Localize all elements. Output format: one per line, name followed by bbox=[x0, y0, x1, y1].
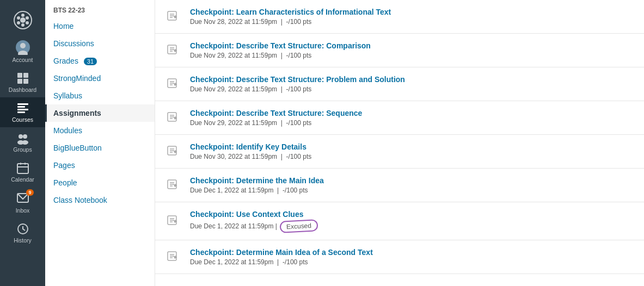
assignment-edit-icon bbox=[166, 10, 182, 24]
assignment-edit-icon bbox=[166, 43, 182, 58]
svg-point-6 bbox=[17, 21, 20, 24]
svg-rect-26 bbox=[17, 166, 28, 167]
dashboard-label: Dashboard bbox=[9, 86, 36, 93]
sidebar-bigbluebutton[interactable]: BigBlueButton bbox=[45, 139, 155, 157]
nav-groups[interactable]: Groups bbox=[0, 127, 45, 157]
svg-rect-13 bbox=[17, 79, 22, 84]
svg-rect-18 bbox=[17, 111, 25, 113]
inbox-label: Inbox bbox=[16, 207, 30, 214]
courses-label: Courses bbox=[12, 116, 33, 123]
sidebar-discussions[interactable]: Discussions bbox=[45, 35, 155, 52]
assignment-row: Checkpoint: Describe Text Structure: Pro… bbox=[155, 67, 644, 101]
assignment-row: Checkpoint: Describe Text Structure: Seq… bbox=[155, 101, 644, 135]
svg-rect-14 bbox=[23, 79, 28, 84]
assignment-row: Checkpoint: Describe Text Structure: Com… bbox=[155, 34, 644, 67]
assignment-title[interactable]: Checkpoint: Determine the Main Idea bbox=[190, 176, 633, 185]
svg-rect-25 bbox=[24, 163, 26, 165]
assignment-title[interactable]: Checkpoint: Learn Characteristics of Inf… bbox=[190, 8, 633, 16]
svg-point-7 bbox=[26, 21, 29, 24]
sidebar-people[interactable]: People bbox=[45, 174, 155, 191]
svg-point-4 bbox=[17, 16, 20, 20]
assignment-row: Checkpoint: Use Context CluesDue Dec 1, … bbox=[155, 202, 644, 240]
assignment-due: Due Dec 1, 2022 at 11:59pm bbox=[190, 186, 273, 194]
assignment-due: Due Nov 29, 2022 at 11:59pm bbox=[190, 85, 277, 93]
assignment-meta: Due Nov 30, 2022 at 11:59pm | -/100 pts bbox=[190, 153, 633, 160]
courses-icon bbox=[16, 102, 29, 115]
svg-point-2 bbox=[21, 14, 24, 17]
sidebar-class-notebook[interactable]: Class Notebook bbox=[45, 191, 155, 209]
nav-dashboard[interactable]: Dashboard bbox=[0, 67, 45, 97]
assignment-meta: Due Dec 1, 2022 at 11:59pm | Excused bbox=[190, 220, 633, 232]
sidebar-assignments[interactable]: Assignments bbox=[45, 104, 155, 122]
history-icon bbox=[16, 222, 29, 235]
svg-rect-23 bbox=[17, 164, 28, 173]
assignment-meta: Due Nov 29, 2022 at 11:59pm | -/100 pts bbox=[190, 119, 633, 127]
svg-rect-24 bbox=[20, 163, 21, 165]
nav-account[interactable]: Account bbox=[0, 35, 45, 67]
course-sidebar: BTS 22-23 Home Discussions Grades 31 Str… bbox=[45, 0, 155, 286]
assignment-title[interactable]: Checkpoint: Use Context Clues bbox=[190, 210, 633, 219]
assignment-title[interactable]: Checkpoint: Describe Text Structure: Pro… bbox=[190, 75, 633, 84]
assignment-row: Checkpoint: Identify Key DetailsDue Nov … bbox=[155, 135, 644, 169]
svg-rect-15 bbox=[17, 103, 28, 105]
sidebar-strongminded[interactable]: StrongMinded bbox=[45, 70, 155, 87]
inbox-badge: 9 bbox=[26, 189, 33, 196]
admin-icon-item[interactable] bbox=[0, 5, 45, 35]
assignment-meta: Due Dec 1, 2022 at 11:59pm | -/100 pts bbox=[190, 258, 633, 266]
history-label: History bbox=[14, 237, 32, 244]
svg-rect-16 bbox=[17, 106, 25, 108]
svg-point-5 bbox=[26, 16, 29, 20]
assignment-meta: Due Nov 29, 2022 at 11:59pm | -/100 pts bbox=[190, 52, 633, 59]
sidebar-syllabus[interactable]: Syllabus bbox=[45, 87, 155, 104]
sidebar-grades[interactable]: Grades 31 bbox=[45, 52, 155, 70]
assignment-edit-icon bbox=[166, 145, 182, 159]
svg-point-19 bbox=[19, 134, 23, 139]
assignment-row: Checkpoint: Learn Characteristics of Inf… bbox=[155, 0, 644, 34]
assignment-edit-icon bbox=[166, 214, 182, 228]
assignment-due: Due Nov 28, 2022 at 11:59pm bbox=[190, 18, 277, 26]
svg-point-9 bbox=[20, 43, 26, 48]
nav-calendar[interactable]: Calendar bbox=[0, 157, 45, 187]
groups-icon bbox=[16, 132, 29, 145]
global-nav: Account Dashboard Courses Groups bbox=[0, 0, 45, 286]
account-label: Account bbox=[13, 57, 33, 63]
svg-point-1 bbox=[20, 17, 26, 23]
groups-label: Groups bbox=[13, 146, 32, 153]
sidebar-modules[interactable]: Modules bbox=[45, 122, 155, 139]
main-content: Checkpoint: Learn Characteristics of Inf… bbox=[155, 0, 644, 286]
grades-badge: 31 bbox=[84, 58, 97, 65]
svg-point-20 bbox=[23, 134, 27, 139]
nav-courses[interactable]: Courses bbox=[0, 97, 45, 127]
calendar-icon bbox=[16, 161, 29, 175]
svg-point-22 bbox=[22, 140, 28, 145]
assignment-meta: Due Dec 1, 2022 at 11:59pm | -/100 pts bbox=[190, 186, 633, 194]
admin-logo-icon bbox=[14, 11, 32, 29]
assignment-due: Due Dec 1, 2022 at 11:59pm bbox=[190, 222, 273, 230]
assignment-meta: Due Nov 28, 2022 at 11:59pm | -/100 pts bbox=[190, 18, 633, 26]
svg-rect-12 bbox=[23, 73, 28, 78]
account-avatar bbox=[15, 40, 30, 55]
nav-inbox[interactable]: 9 Inbox bbox=[0, 187, 45, 218]
assignment-title[interactable]: Checkpoint: Determine Main Idea of a Sec… bbox=[190, 248, 633, 257]
assignment-row: Checkpoint: Determine Main Idea of a Sec… bbox=[155, 240, 644, 274]
svg-rect-11 bbox=[17, 73, 22, 78]
sidebar-pages[interactable]: Pages bbox=[45, 157, 155, 174]
assignment-edit-icon bbox=[166, 178, 182, 192]
assignment-list: Checkpoint: Learn Characteristics of Inf… bbox=[155, 0, 644, 274]
assignment-due: Due Nov 30, 2022 at 11:59pm bbox=[190, 153, 277, 160]
nav-history[interactable]: History bbox=[0, 218, 45, 248]
assignment-due: Due Dec 1, 2022 at 11:59pm bbox=[190, 258, 273, 266]
assignment-meta: Due Nov 29, 2022 at 11:59pm | -/100 pts bbox=[190, 85, 633, 93]
assignment-due: Due Nov 29, 2022 at 11:59pm bbox=[190, 52, 277, 59]
assignment-title[interactable]: Checkpoint: Describe Text Structure: Com… bbox=[190, 41, 633, 50]
assignment-due: Due Nov 29, 2022 at 11:59pm bbox=[190, 119, 277, 127]
assignment-title[interactable]: Checkpoint: Describe Text Structure: Seq… bbox=[190, 109, 633, 117]
assignment-edit-icon bbox=[166, 111, 182, 125]
assignment-edit-icon bbox=[166, 77, 182, 91]
svg-rect-17 bbox=[17, 109, 28, 110]
assignment-row: Checkpoint: Determine the Main IdeaDue D… bbox=[155, 169, 644, 202]
dashboard-icon bbox=[16, 72, 29, 85]
assignment-title[interactable]: Checkpoint: Identify Key Details bbox=[190, 142, 633, 151]
sidebar-home[interactable]: Home bbox=[45, 17, 155, 35]
excused-badge: Excused bbox=[280, 219, 318, 233]
